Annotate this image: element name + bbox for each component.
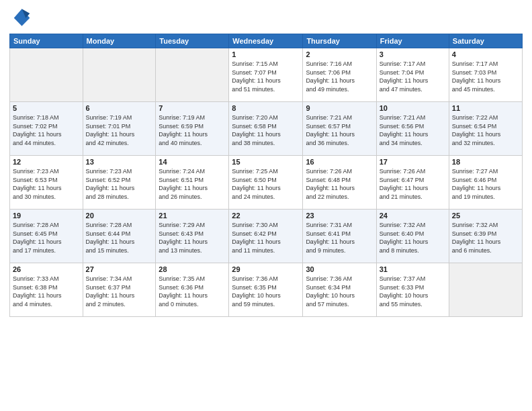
day-number: 31 bbox=[380, 265, 446, 273]
svg-marker-0 bbox=[14, 9, 30, 26]
day-info: Sunrise: 7:19 AMSunset: 7:01 PMDaylight:… bbox=[86, 113, 153, 147]
day-number: 12 bbox=[13, 158, 80, 166]
calendar-cell: 30Sunrise: 7:36 AMSunset: 6:34 PMDayligh… bbox=[303, 263, 376, 317]
day-number: 24 bbox=[380, 212, 446, 220]
day-info: Sunrise: 7:16 AMSunset: 7:06 PMDaylight:… bbox=[306, 60, 373, 93]
day-info: Sunrise: 7:33 AMSunset: 6:38 PMDaylight:… bbox=[13, 275, 80, 308]
calendar-cell: 7Sunrise: 7:19 AMSunset: 6:59 PMDaylight… bbox=[156, 102, 229, 156]
calendar-cell: 14Sunrise: 7:24 AMSunset: 6:51 PMDayligh… bbox=[156, 156, 229, 210]
day-number: 30 bbox=[306, 265, 373, 273]
day-number: 28 bbox=[159, 265, 226, 273]
day-number: 26 bbox=[13, 265, 80, 273]
day-info: Sunrise: 7:30 AMSunset: 6:42 PMDaylight:… bbox=[232, 221, 300, 255]
calendar-week-row: 12Sunrise: 7:23 AMSunset: 6:53 PMDayligh… bbox=[10, 156, 523, 210]
calendar-cell: 6Sunrise: 7:19 AMSunset: 7:01 PMDaylight… bbox=[83, 102, 156, 156]
day-number: 15 bbox=[232, 158, 300, 166]
day-info: Sunrise: 7:26 AMSunset: 6:48 PMDaylight:… bbox=[306, 167, 373, 201]
day-number: 11 bbox=[452, 104, 519, 112]
calendar-cell: 16Sunrise: 7:26 AMSunset: 6:48 PMDayligh… bbox=[303, 156, 376, 210]
day-number: 29 bbox=[232, 265, 300, 273]
day-number: 19 bbox=[13, 212, 80, 220]
day-number: 16 bbox=[306, 158, 373, 166]
calendar-cell: 8Sunrise: 7:20 AMSunset: 6:58 PMDaylight… bbox=[229, 102, 303, 156]
day-number: 25 bbox=[452, 212, 519, 220]
day-info: Sunrise: 7:37 AMSunset: 6:33 PMDaylight:… bbox=[380, 275, 446, 308]
calendar-cell: 12Sunrise: 7:23 AMSunset: 6:53 PMDayligh… bbox=[10, 156, 83, 210]
calendar-week-row: 26Sunrise: 7:33 AMSunset: 6:38 PMDayligh… bbox=[10, 263, 523, 317]
calendar-cell: 10Sunrise: 7:21 AMSunset: 6:56 PMDayligh… bbox=[376, 102, 449, 156]
day-info: Sunrise: 7:21 AMSunset: 6:56 PMDaylight:… bbox=[380, 113, 446, 147]
calendar-cell: 28Sunrise: 7:35 AMSunset: 6:36 PMDayligh… bbox=[156, 263, 229, 317]
calendar-cell: 3Sunrise: 7:17 AMSunset: 7:04 PMDaylight… bbox=[376, 48, 449, 102]
day-number: 6 bbox=[86, 104, 153, 112]
calendar-cell bbox=[83, 48, 156, 102]
day-info: Sunrise: 7:27 AMSunset: 6:46 PMDaylight:… bbox=[452, 167, 519, 201]
day-number: 2 bbox=[306, 50, 373, 58]
calendar-cell: 15Sunrise: 7:25 AMSunset: 6:50 PMDayligh… bbox=[229, 156, 303, 210]
weekday-header: Sunday bbox=[10, 34, 83, 48]
day-info: Sunrise: 7:36 AMSunset: 6:35 PMDaylight:… bbox=[232, 275, 300, 308]
day-number: 27 bbox=[86, 265, 153, 273]
calendar-cell: 18Sunrise: 7:27 AMSunset: 6:46 PMDayligh… bbox=[449, 156, 522, 210]
day-info: Sunrise: 7:20 AMSunset: 6:58 PMDaylight:… bbox=[232, 113, 300, 147]
calendar-cell bbox=[10, 48, 83, 102]
day-info: Sunrise: 7:26 AMSunset: 6:47 PMDaylight:… bbox=[380, 167, 446, 201]
calendar-cell: 26Sunrise: 7:33 AMSunset: 6:38 PMDayligh… bbox=[10, 263, 83, 317]
day-info: Sunrise: 7:34 AMSunset: 6:37 PMDaylight:… bbox=[86, 275, 153, 308]
day-info: Sunrise: 7:28 AMSunset: 6:45 PMDaylight:… bbox=[13, 221, 80, 255]
calendar-cell: 31Sunrise: 7:37 AMSunset: 6:33 PMDayligh… bbox=[376, 263, 449, 317]
calendar-cell: 22Sunrise: 7:30 AMSunset: 6:42 PMDayligh… bbox=[229, 210, 303, 263]
day-info: Sunrise: 7:17 AMSunset: 7:04 PMDaylight:… bbox=[380, 60, 446, 93]
day-info: Sunrise: 7:25 AMSunset: 6:50 PMDaylight:… bbox=[232, 167, 300, 201]
calendar-week-row: 1Sunrise: 7:15 AMSunset: 7:07 PMDaylight… bbox=[10, 48, 523, 102]
calendar-cell: 23Sunrise: 7:31 AMSunset: 6:41 PMDayligh… bbox=[303, 210, 376, 263]
day-number: 17 bbox=[380, 158, 446, 166]
day-number: 13 bbox=[86, 158, 153, 166]
calendar-cell: 25Sunrise: 7:32 AMSunset: 6:39 PMDayligh… bbox=[449, 210, 522, 263]
day-number: 20 bbox=[86, 212, 153, 220]
calendar-cell: 5Sunrise: 7:18 AMSunset: 7:02 PMDaylight… bbox=[10, 102, 83, 156]
day-number: 22 bbox=[232, 212, 300, 220]
weekday-header-row: SundayMondayTuesdayWednesdayThursdayFrid… bbox=[10, 34, 523, 48]
weekday-header: Friday bbox=[376, 34, 449, 48]
day-info: Sunrise: 7:17 AMSunset: 7:03 PMDaylight:… bbox=[452, 60, 519, 93]
logo bbox=[9, 7, 32, 28]
calendar-cell: 21Sunrise: 7:29 AMSunset: 6:43 PMDayligh… bbox=[156, 210, 229, 263]
calendar-cell: 11Sunrise: 7:22 AMSunset: 6:54 PMDayligh… bbox=[449, 102, 522, 156]
calendar-cell: 17Sunrise: 7:26 AMSunset: 6:47 PMDayligh… bbox=[376, 156, 449, 210]
calendar-cell bbox=[449, 263, 522, 317]
day-info: Sunrise: 7:35 AMSunset: 6:36 PMDaylight:… bbox=[159, 275, 226, 308]
day-info: Sunrise: 7:28 AMSunset: 6:44 PMDaylight:… bbox=[86, 221, 153, 255]
day-info: Sunrise: 7:24 AMSunset: 6:51 PMDaylight:… bbox=[159, 167, 226, 201]
calendar-week-row: 19Sunrise: 7:28 AMSunset: 6:45 PMDayligh… bbox=[10, 210, 523, 263]
calendar-cell: 20Sunrise: 7:28 AMSunset: 6:44 PMDayligh… bbox=[83, 210, 156, 263]
day-number: 7 bbox=[159, 104, 226, 112]
day-number: 9 bbox=[306, 104, 373, 112]
calendar-cell: 2Sunrise: 7:16 AMSunset: 7:06 PMDaylight… bbox=[303, 48, 376, 102]
day-number: 23 bbox=[306, 212, 373, 220]
day-number: 4 bbox=[452, 50, 519, 58]
weekday-header: Thursday bbox=[303, 34, 376, 48]
calendar-cell: 1Sunrise: 7:15 AMSunset: 7:07 PMDaylight… bbox=[229, 48, 303, 102]
calendar-cell bbox=[156, 48, 229, 102]
day-info: Sunrise: 7:19 AMSunset: 6:59 PMDaylight:… bbox=[159, 113, 226, 147]
day-number: 21 bbox=[159, 212, 226, 220]
day-info: Sunrise: 7:15 AMSunset: 7:07 PMDaylight:… bbox=[232, 60, 300, 93]
weekday-header: Monday bbox=[83, 34, 156, 48]
day-info: Sunrise: 7:29 AMSunset: 6:43 PMDaylight:… bbox=[159, 221, 226, 255]
day-number: 8 bbox=[232, 104, 300, 112]
day-number: 14 bbox=[159, 158, 226, 166]
day-info: Sunrise: 7:23 AMSunset: 6:53 PMDaylight:… bbox=[13, 167, 80, 201]
weekday-header: Tuesday bbox=[156, 34, 229, 48]
day-info: Sunrise: 7:23 AMSunset: 6:52 PMDaylight:… bbox=[86, 167, 153, 201]
day-number: 1 bbox=[232, 50, 300, 58]
day-number: 3 bbox=[380, 50, 446, 58]
header bbox=[9, 7, 523, 28]
calendar-cell: 9Sunrise: 7:21 AMSunset: 6:57 PMDaylight… bbox=[303, 102, 376, 156]
day-info: Sunrise: 7:32 AMSunset: 6:39 PMDaylight:… bbox=[452, 221, 519, 255]
day-number: 10 bbox=[380, 104, 446, 112]
calendar-table: SundayMondayTuesdayWednesdayThursdayFrid… bbox=[9, 34, 523, 317]
day-info: Sunrise: 7:36 AMSunset: 6:34 PMDaylight:… bbox=[306, 275, 373, 308]
day-info: Sunrise: 7:18 AMSunset: 7:02 PMDaylight:… bbox=[13, 113, 80, 147]
day-info: Sunrise: 7:21 AMSunset: 6:57 PMDaylight:… bbox=[306, 113, 373, 147]
